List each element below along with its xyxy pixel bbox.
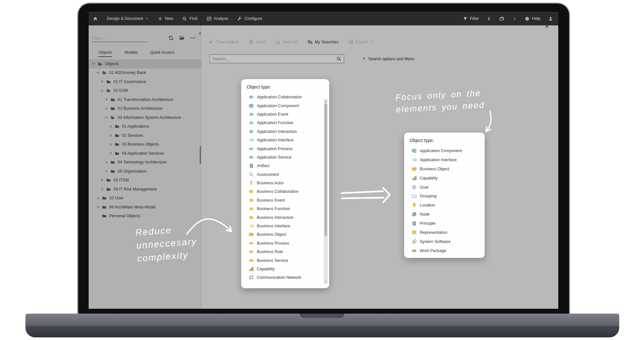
scroll-up-icon[interactable]: ▲ (324, 100, 327, 103)
toolbar-item-item[interactable] (487, 16, 491, 21)
sidebar-filter-input[interactable] (92, 35, 147, 42)
tree-chevron-right-icon[interactable] (100, 187, 104, 191)
search-toolbar-save-as[interactable]: Save as (275, 39, 297, 45)
search-toolbar-my-searches[interactable]: My Searches (307, 39, 339, 45)
tree-item-03-itsm[interactable]: 03 ITSM (89, 176, 201, 185)
tree-chevron-right-icon[interactable] (108, 151, 113, 156)
tree-item-04-application-services[interactable]: 04 Application Services (89, 149, 201, 158)
object-type-application-interface[interactable]: Application Interface (247, 136, 319, 144)
search-toolbar-save[interactable]: Save (249, 39, 266, 45)
tree-chevron-right-icon[interactable] (100, 79, 104, 84)
tree-chevron-right-icon[interactable] (104, 160, 109, 164)
tree-chevron-down-icon[interactable] (104, 115, 109, 120)
tree-chevron-right-icon[interactable] (95, 205, 100, 209)
toolbar-item-filter[interactable]: Filter (463, 16, 479, 21)
toolbar-item-item[interactable] (499, 16, 504, 21)
object-type-application-function[interactable]: Application Function (247, 119, 319, 127)
tree-item-01-adomoney-bank[interactable]: 01 ADOmoney Bank (89, 68, 201, 78)
search-options-toggle[interactable]: Search options and filters (362, 54, 414, 63)
tree-chevron-right-icon[interactable] (95, 196, 100, 200)
object-type-grouping[interactable]: Grouping (410, 191, 481, 201)
tab-quick-access[interactable]: Quick Access (150, 50, 175, 57)
object-type-work-package[interactable]: Work Package (410, 246, 481, 255)
tree-chevron-down-icon[interactable] (95, 70, 100, 75)
tree-item-02-eam[interactable]: 02 EAM (89, 86, 201, 95)
search-toolbar-export[interactable]: Export (348, 39, 375, 45)
more-icon[interactable] (190, 35, 196, 41)
toolbar-item-item[interactable] (512, 16, 517, 21)
tree-chevron-down-icon[interactable] (91, 62, 96, 66)
tree-chevron-right-icon[interactable] (108, 133, 113, 138)
object-type-business-service[interactable]: Business Service (247, 256, 319, 264)
object-type-business-object[interactable]: Business Object (410, 164, 481, 174)
tree-item-99-archimate-meta-model[interactable]: 99 ArchiMate Meta-Model (89, 203, 201, 212)
tree-item-02-business-architecture[interactable]: 02 Business Architecture (89, 104, 201, 113)
toolbar-item-design-document[interactable]: Design & Document (107, 16, 149, 21)
object-type-location[interactable]: Location (410, 201, 481, 210)
tab-models[interactable]: Models (124, 50, 138, 57)
object-type-application-process[interactable]: Application Process (247, 144, 319, 153)
object-type-application-event[interactable]: Application Event (247, 110, 319, 119)
close-icon[interactable]: ✕ (544, 23, 549, 29)
tree-item-05-organisation[interactable]: 05 Organisation (89, 167, 201, 176)
tree-chevron-right-icon[interactable] (108, 142, 113, 147)
object-type-business-interaction[interactable]: Business Interaction (247, 213, 319, 221)
object-type-principle[interactable]: Principle (410, 219, 481, 228)
tree-chevron-right-icon[interactable] (108, 124, 113, 129)
object-type-business-process[interactable]: Business Process (247, 239, 319, 248)
tree-chevron-right-icon[interactable] (104, 97, 109, 102)
tree-item-03-business-objects[interactable]: 03 Business Objects (89, 140, 201, 149)
tree-item-10-user[interactable]: 10 User (89, 194, 201, 203)
object-type-application-component[interactable]: Application Component (247, 101, 319, 110)
scroll-down-icon[interactable]: ▼ (324, 280, 327, 283)
tree-item-02-services[interactable]: 02 Services (89, 131, 201, 140)
object-type-application-component[interactable]: Application Component (410, 146, 481, 155)
toolbar-item-item[interactable] (548, 16, 553, 21)
open-folder-icon[interactable] (179, 35, 185, 41)
tree-item-01-transformation-architecture[interactable]: 01 Transformation Architecture (89, 95, 201, 104)
tab-objects[interactable]: Objects (98, 50, 112, 57)
search-magnifier-icon[interactable] (336, 56, 342, 62)
refresh-icon[interactable] (168, 35, 174, 41)
toolbar-item-configure[interactable]: Configure (237, 16, 262, 21)
scrollbar-thumb[interactable] (325, 104, 327, 236)
toolbar-item-find[interactable]: Find (182, 16, 197, 21)
object-type-business-object[interactable]: Business Object (247, 230, 319, 239)
object-type-node[interactable]: Node (410, 210, 481, 219)
tree-chevron-right-icon[interactable] (104, 106, 109, 111)
toolbar-item-analyse[interactable]: Analyse (207, 16, 228, 21)
object-type-application-service[interactable]: Application Service (247, 153, 319, 162)
object-type-assessment[interactable]: Assessment (247, 170, 319, 179)
object-type-business-actor[interactable]: Business Actor (247, 179, 319, 187)
tree-item-04-it-risk-management[interactable]: 04 IT Risk Management (89, 185, 201, 194)
object-type-representation[interactable]: Representation (410, 228, 481, 237)
toolbar-item-item[interactable] (93, 16, 98, 21)
object-type-artifact[interactable]: Artifact (247, 162, 319, 170)
object-type-business-event[interactable]: Business Event (247, 196, 319, 205)
tree-item-objects[interactable]: Objects (89, 59, 201, 68)
tree-item-01-applications[interactable]: 01 Applications (89, 122, 201, 131)
search-toolbar-clear-search[interactable]: Clear search (208, 39, 239, 45)
object-type-business-function[interactable]: Business Function (247, 205, 319, 213)
object-type-goal[interactable]: Goal (410, 183, 481, 192)
object-type-business-role[interactable]: Business Role (247, 248, 319, 256)
tree-item-03-information-system-architecture[interactable]: 03 Information System Architecture (89, 113, 201, 122)
tree-chevron-right-icon[interactable] (100, 178, 104, 182)
collapse-sidebar-button[interactable] (198, 31, 203, 37)
object-type-business-interface[interactable]: Business Interface (247, 222, 319, 230)
object-type-capability[interactable]: Capability (410, 174, 481, 183)
object-type-capability[interactable]: Capability (247, 265, 319, 273)
tree-item-04-technology-architecture[interactable]: 04 Technology Architecture (89, 158, 201, 167)
object-type-communication-network[interactable]: Communication Network (247, 273, 319, 282)
object-type-system-software[interactable]: System Software (410, 237, 481, 246)
object-type-business-collaboration[interactable]: Business Collaboration (247, 187, 319, 196)
tree-item-01-it-governance[interactable]: 01 IT Governance (89, 77, 201, 86)
toolbar-item-new[interactable]: New (158, 16, 173, 21)
tree-chevron-right-icon[interactable] (104, 169, 109, 174)
toolbar-item-help[interactable]: ?Help (525, 16, 540, 21)
object-type-application-interface[interactable]: Application Interface (410, 155, 481, 164)
tree-chevron-down-icon[interactable] (100, 88, 104, 93)
object-type-application-collaboration[interactable]: Application Collaboration (247, 93, 319, 101)
search-input[interactable] (210, 57, 336, 61)
sidebar-scrollbar-thumb[interactable] (200, 146, 201, 164)
